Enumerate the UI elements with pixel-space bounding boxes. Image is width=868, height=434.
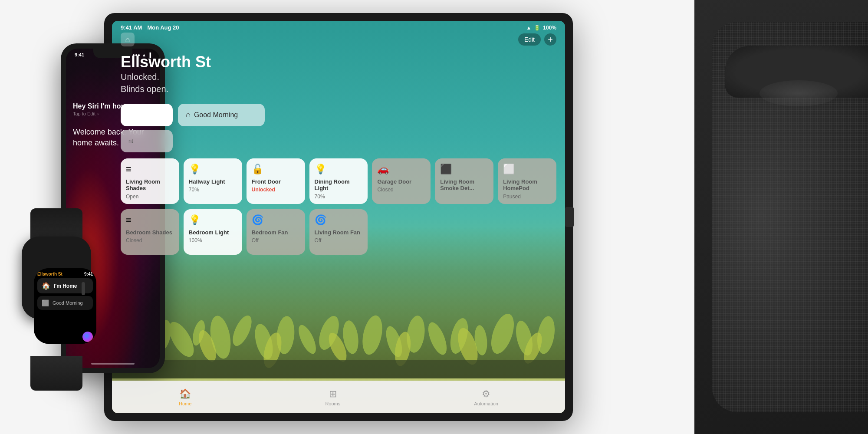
home-icon[interactable]: ⌂ [121, 33, 135, 46]
tile-status-bedroom-fan: Off [252, 237, 300, 243]
tile-garage-door[interactable]: 🚗 Garage Door Closed [372, 158, 431, 204]
light-icon-dining: 💡 [315, 164, 363, 175]
edit-button[interactable]: Edit [518, 33, 541, 46]
svg-rect-27 [112, 360, 565, 378]
scene-button-nt[interactable]: nt [121, 130, 173, 152]
svg-point-17 [487, 311, 519, 356]
tile-empty-3 [498, 209, 556, 255]
ipad-home-button[interactable] [565, 207, 574, 227]
iphone-time: 9:41 [75, 52, 84, 57]
svg-point-5 [229, 313, 255, 349]
wifi-icon: ▲ [526, 25, 531, 31]
watch-home-icon: 🏠 [42, 282, 50, 290]
tab-automation-icon: ⚙ [482, 388, 490, 400]
tab-home[interactable]: 🏠 Home [179, 388, 191, 406]
ipad-screen: 9:41 AM Mon Aug 20 ▲ 🔋 100% ⌂ Edit + [112, 21, 565, 413]
ipad-navbar: ⌂ Edit + [112, 33, 565, 50]
iphone-tap-edit-label: Tap to Edit [73, 111, 95, 116]
scene-button-blank[interactable] [121, 104, 173, 126]
tile-homepod[interactable]: ⬜ Living Room HomePod Paused [498, 158, 556, 204]
add-button[interactable]: + [544, 33, 556, 46]
morning-icon: ⌂ [186, 110, 191, 119]
tile-hallway-light[interactable]: 💡 Hallway Light 70% [184, 158, 242, 204]
homepod-icon: ⬜ [503, 164, 551, 175]
tab-rooms[interactable]: ⊞ Rooms [325, 388, 340, 406]
ipad-date: Mon Aug 20 [147, 24, 179, 31]
morning-label: Good Morning [194, 111, 238, 119]
tile-name-dining-room-light: Dining Room Light [315, 178, 363, 192]
watch-time: 9:41 [84, 272, 93, 276]
scene: 9:41 AM Mon Aug 20 ▲ 🔋 100% ⌂ Edit + [0, 0, 868, 434]
watch-crown[interactable] [82, 282, 85, 295]
tile-status-garage-door: Closed [377, 187, 425, 193]
shades-icon: ≡ [126, 164, 174, 175]
watch-card-good-morning[interactable]: ⬜ Good Morning [37, 296, 93, 310]
tile-status-hallway-light: 70% [189, 187, 237, 193]
bedroom-shades-icon: ≡ [126, 214, 174, 226]
ipad-tabbar: 🏠 Home ⊞ Rooms ⚙ Automation [112, 381, 565, 413]
tile-bedroom-shades[interactable]: ≡ Bedroom Shades Closed [121, 209, 179, 255]
tile-front-door[interactable]: 🔓 Front Door Unlocked [247, 158, 305, 204]
tile-status-dining-room-light: 70% [315, 194, 363, 200]
smoke-det-icon: ⬛ [440, 164, 488, 175]
ipad-tiles-row-2: ≡ Bedroom Shades Closed 💡 Bedroom Light … [112, 207, 565, 257]
tile-bedroom-fan[interactable]: 🌀 Bedroom Fan Off [247, 209, 305, 255]
chevron-right-icon: › [97, 111, 99, 116]
tile-status-bedroom-shades: Closed [126, 237, 174, 243]
watch-display: Ellsworth St 9:41 🏠 I'm Home ⬜ Good Morn… [34, 268, 96, 344]
ipad-device: 9:41 AM Mon Aug 20 ▲ 🔋 100% ⌂ Edit + [104, 13, 573, 421]
ipad-subtitle-line2: Blinds open. [121, 83, 556, 95]
tile-status-living-room-shades: Open [126, 194, 174, 200]
watch-app-name: Ellsworth St [37, 272, 62, 276]
scene-button-morning[interactable]: ⌂ Good Morning [178, 104, 265, 126]
light-icon-bedroom: 💡 [189, 214, 237, 226]
tile-name-living-room-shades: Living Room Shades [126, 178, 174, 192]
ipad-subtitle: Unlocked. Blinds open. [121, 71, 556, 95]
tile-name-smoke-detector: Living Room Smoke Det... [440, 178, 488, 192]
ipad-time: 9:41 AM [121, 24, 142, 31]
lock-icon: 🔓 [252, 164, 300, 175]
watch-morning-icon: ⬜ [42, 299, 49, 306]
tab-automation[interactable]: ⚙ Automation [474, 388, 498, 406]
light-icon-hallway: 💡 [189, 164, 237, 175]
ipad-location-title: Ellsworth St [121, 53, 556, 71]
fan-icon-bedroom: 🌀 [252, 214, 300, 226]
tile-status-homepod: Paused [503, 194, 551, 200]
tab-home-label: Home [179, 401, 191, 406]
tile-name-bedroom-fan: Bedroom Fan [252, 229, 300, 236]
ipad-subtitle-line1: Unlocked. [121, 71, 556, 83]
garage-icon: 🚗 [377, 164, 425, 175]
tile-name-living-room-fan: Living Room Fan [315, 229, 363, 236]
watch-good-morning-label: Good Morning [53, 300, 83, 306]
tile-name-garage-door: Garage Door [377, 178, 425, 185]
tab-rooms-label: Rooms [325, 401, 340, 406]
tile-smoke-detector[interactable]: ⬛ Living Room Smoke Det... [435, 158, 493, 204]
tile-name-hallway-light: Hallway Light [189, 178, 237, 185]
tile-bedroom-light[interactable]: 💡 Bedroom Light 100% [184, 209, 242, 255]
ipad-scenes-row: ⌂ Good Morning [112, 97, 565, 130]
homepod-top [725, 46, 868, 98]
homepod-device [694, 0, 868, 434]
homepod-body [712, 22, 868, 412]
svg-point-14 [424, 320, 450, 357]
homepod-touch-surface[interactable] [760, 80, 838, 106]
ipad-tiles-row-1: ≡ Living Room Shades Open 💡 Hallway Ligh… [112, 156, 565, 207]
ipad-content: 9:41 AM Mon Aug 20 ▲ 🔋 100% ⌂ Edit + [112, 21, 565, 413]
tile-name-homepod: Living Room HomePod [503, 178, 551, 192]
svg-point-11 [359, 314, 385, 357]
ipad-status-bar: 9:41 AM Mon Aug 20 ▲ 🔋 100% [112, 21, 565, 33]
battery-icon: 🔋 [534, 25, 540, 31]
tab-rooms-icon: ⊞ [329, 388, 337, 400]
tile-status-living-room-fan: Off [315, 237, 363, 243]
tile-dining-room-light[interactable]: 💡 Dining Room Light 70% [309, 158, 368, 204]
tile-living-room-shades[interactable]: ≡ Living Room Shades Open [121, 158, 179, 204]
tab-automation-label: Automation [474, 401, 498, 406]
tab-home-icon: 🏠 [179, 388, 191, 400]
svg-point-8 [295, 322, 319, 356]
tile-status-bedroom-light: 100% [189, 237, 237, 243]
tile-name-bedroom-shades: Bedroom Shades [126, 229, 174, 236]
tile-empty-2 [435, 209, 493, 255]
watch-siri-button[interactable] [82, 332, 93, 342]
tile-living-room-fan[interactable]: 🌀 Living Room Fan Off [309, 209, 368, 255]
watch-band-bottom [30, 356, 82, 391]
